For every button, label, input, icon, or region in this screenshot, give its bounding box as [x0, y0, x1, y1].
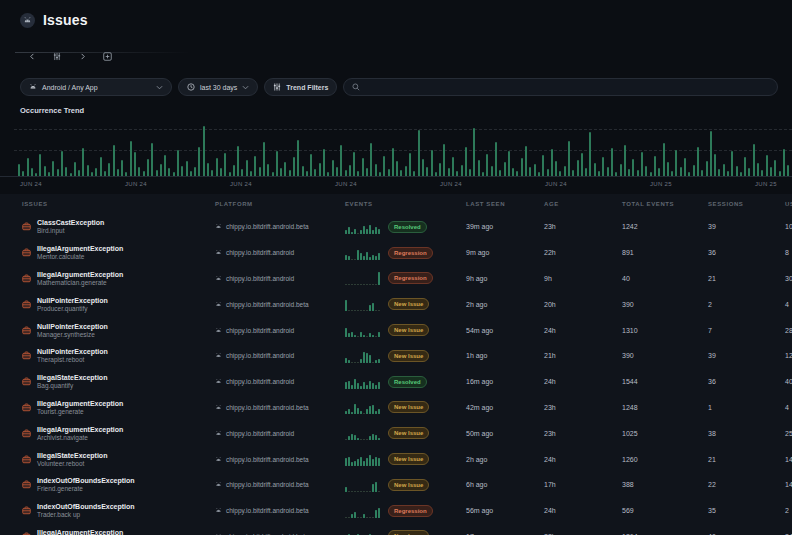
trend-bar: [327, 172, 329, 176]
total-events-cell: 390: [622, 352, 708, 359]
sparkline-bar: [375, 336, 377, 337]
trend-bar: [727, 171, 729, 176]
age-cell: 22h: [544, 249, 622, 256]
x-tick-label: JUN 24: [440, 181, 462, 187]
prev-page-button[interactable]: [24, 48, 40, 64]
sparkline-bar: [372, 517, 374, 518]
platform-cell: chippy.io.bitdrift.android.beta: [215, 404, 345, 411]
trend-bar: [413, 171, 415, 176]
events-sparkline: [345, 220, 382, 234]
clock-icon: [187, 83, 195, 91]
sparkline-bar: [372, 335, 374, 337]
trend-bar: [757, 163, 759, 176]
trend-bar: [418, 130, 420, 176]
x-tick-label: JUN 25: [755, 181, 777, 187]
events-cell: New Issue: [345, 478, 466, 492]
trend-bar: [250, 171, 252, 176]
occurrence-trend-section: Occurrence Trend JUN 24JUN 24JUN 24JUN 2…: [0, 106, 792, 191]
trend-bar: [572, 170, 574, 176]
android-platform-icon: [215, 249, 222, 256]
trend-chart: [0, 126, 792, 177]
column-header-total-events[interactable]: Total Events: [622, 201, 708, 207]
issue-row[interactable]: NullPointerExceptionProducer.quantifychi…: [0, 291, 792, 317]
android-platform-icon: [215, 275, 222, 282]
trend-bar: [508, 151, 510, 176]
column-header-users[interactable]: Users: [785, 201, 792, 207]
sparkline-bar: [357, 408, 359, 415]
sparkline-bar: [360, 332, 362, 337]
sessions-cell: 21: [708, 275, 785, 282]
column-header-issues[interactable]: Issues: [0, 201, 215, 207]
trend-bar: [598, 171, 600, 176]
sessions-cell: 39: [708, 223, 785, 230]
column-header-age[interactable]: Age: [544, 201, 622, 207]
trend-bar: [276, 151, 278, 176]
column-header-events[interactable]: Events: [345, 201, 466, 207]
sparkline-bar: [348, 381, 350, 389]
issue-row[interactable]: NullPointerExceptionTherapist.rebootchip…: [0, 343, 792, 369]
trend-bar: [70, 173, 72, 176]
trend-x-axis: JUN 24JUN 24JUN 24JUN 24JUN 24JUN 24JUN …: [0, 177, 792, 191]
trend-bar: [186, 161, 188, 176]
events-sparkline: [345, 529, 382, 535]
issue-row[interactable]: ClassCastExceptionBird.inputchippy.io.bi…: [0, 214, 792, 240]
next-page-button[interactable]: [74, 48, 90, 64]
sparkline-bar: [366, 491, 368, 492]
last-seen-cell: 56m ago: [466, 507, 544, 514]
trend-bar: [615, 172, 617, 176]
age-cell: 23h: [544, 404, 622, 411]
issue-row[interactable]: IllegalStateExceptionVolunteer.rebootchi…: [0, 446, 792, 472]
issue-row[interactable]: IllegalArgumentExceptionMathematician.ge…: [0, 266, 792, 292]
issue-title: NullPointerException: [37, 322, 108, 331]
search-input[interactable]: [365, 84, 769, 91]
platform-name: chippy.io.bitdrift.android: [226, 275, 294, 282]
filter-sliders-icon[interactable]: [49, 48, 65, 64]
events-cell: Regression: [345, 271, 466, 285]
sparkline-bar: [348, 409, 350, 414]
trend-bar: [426, 167, 428, 176]
issue-row[interactable]: IllegalArgumentExceptionCastle.back upch…: [0, 524, 792, 535]
sparkline-bar: [366, 229, 368, 234]
issue-row[interactable]: IndexOutOfBoundsExceptionTrader.back upc…: [0, 498, 792, 524]
toolbar-divider: [15, 52, 190, 53]
column-header-sessions[interactable]: Sessions: [708, 201, 785, 207]
trend-filters-button[interactable]: Trend Filters: [264, 78, 337, 96]
sparkline-bar: [369, 305, 371, 312]
issue-row[interactable]: IllegalArgumentExceptionTourist.generate…: [0, 395, 792, 421]
trend-bar: [714, 154, 716, 176]
chevron-down-icon: [242, 85, 249, 90]
trend-filters-label: Trend Filters: [286, 84, 328, 91]
column-header-platform[interactable]: Platform: [215, 201, 345, 207]
issue-briefcase-icon: [22, 274, 31, 283]
issue-row[interactable]: IllegalStateExceptionBag.quantifychippy.…: [0, 369, 792, 395]
column-header-last-seen[interactable]: Last Seen: [466, 201, 544, 207]
trend-bar: [611, 148, 613, 176]
sparkline-bar: [366, 336, 368, 337]
issue-cell: IllegalArgumentExceptionMentor.calculate: [0, 244, 215, 261]
issue-title: ClassCastException: [37, 218, 104, 227]
issue-row[interactable]: NullPointerExceptionManager.synthesizech…: [0, 317, 792, 343]
sparkline-bar: [360, 439, 362, 440]
sparkline-bar: [378, 310, 380, 311]
trend-bar: [254, 156, 256, 176]
issue-row[interactable]: IllegalArgumentExceptionArchivist.naviga…: [0, 420, 792, 446]
last-seen-cell: 6h ago: [466, 481, 544, 488]
issues-app-icon: [20, 13, 35, 28]
trend-bar: [534, 164, 536, 176]
trend-bar: [293, 157, 295, 176]
time-range-dropdown[interactable]: last 30 days: [178, 78, 258, 96]
issue-subtitle: Volunteer.reboot: [37, 460, 107, 468]
events-cell: New Issue: [345, 349, 466, 363]
issue-row[interactable]: IllegalArgumentExceptionMentor.calculate…: [0, 240, 792, 266]
issue-row[interactable]: IndexOutOfBoundsExceptionFriend.generate…: [0, 472, 792, 498]
users-cell: 12: [785, 352, 792, 359]
add-view-button[interactable]: [99, 48, 115, 64]
issue-subtitle: Mathematician.generate: [37, 279, 123, 287]
app-selector-dropdown[interactable]: Android / Any App: [20, 78, 172, 96]
trend-bar: [516, 171, 518, 176]
sparkline-bar: [366, 310, 368, 311]
platform-cell: chippy.io.bitdrift.android: [215, 275, 345, 282]
events-sparkline: [345, 504, 382, 518]
sparkline-bar: [372, 284, 374, 285]
trend-bar: [706, 161, 708, 176]
